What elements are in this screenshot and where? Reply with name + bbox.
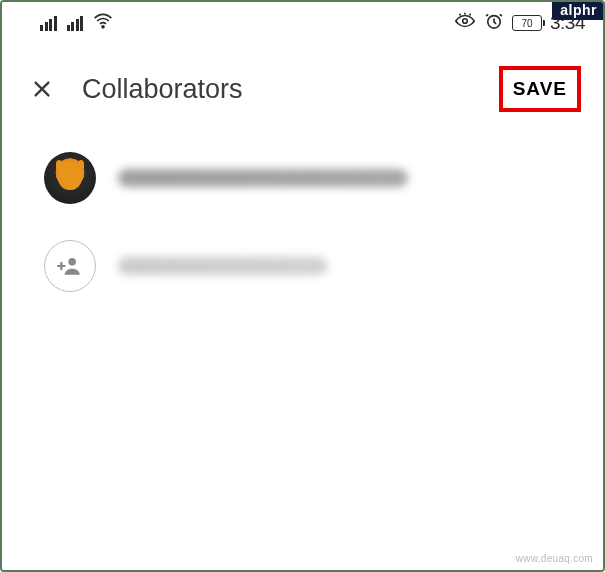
visibility-icon	[454, 10, 476, 37]
svg-point-1	[463, 18, 468, 23]
alphr-badge: alphr	[552, 0, 605, 20]
app-header: Collaborators SAVE	[2, 40, 603, 122]
collaborator-email	[118, 169, 408, 187]
svg-point-3	[68, 258, 76, 266]
svg-point-0	[102, 25, 104, 27]
status-bar: 70 3:34	[2, 2, 603, 40]
watermark: www.deuaq.com	[516, 553, 593, 564]
page-title: Collaborators	[82, 74, 471, 105]
avatar	[44, 152, 96, 204]
battery-icon: 70	[512, 15, 542, 31]
signal-icon	[67, 15, 84, 31]
collaborator-list	[2, 122, 603, 292]
alarm-icon	[484, 11, 504, 36]
signal-icon	[40, 15, 57, 31]
wifi-icon	[93, 11, 113, 36]
collaborator-row[interactable]	[44, 152, 573, 204]
close-icon[interactable]	[30, 77, 54, 101]
add-person-icon	[44, 240, 96, 292]
add-collaborator-row[interactable]	[44, 240, 573, 292]
save-button[interactable]: SAVE	[499, 66, 581, 112]
add-collaborator-input[interactable]	[118, 257, 328, 275]
